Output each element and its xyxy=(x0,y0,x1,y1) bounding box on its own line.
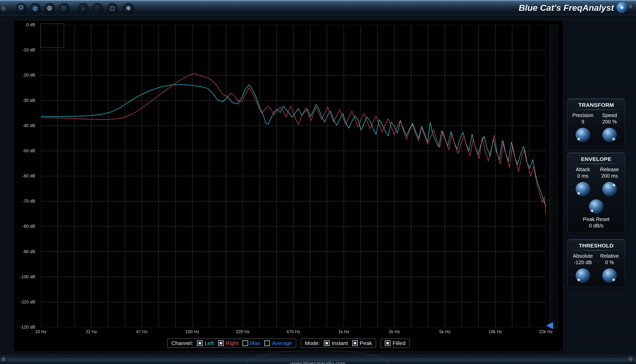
mode-peak-option[interactable]: Peak xyxy=(352,340,372,346)
relative-value: 0 % xyxy=(596,260,623,265)
y-tick-label: 0 dB xyxy=(26,22,35,27)
channel-max-label: Max xyxy=(250,340,260,346)
mode-instant-label: Instant xyxy=(332,340,348,346)
checkbox-average[interactable] xyxy=(264,340,270,346)
y-tick-label: -110 dB xyxy=(20,300,35,305)
filled-option[interactable]: Filled xyxy=(385,340,405,346)
section-divider xyxy=(572,250,621,251)
presets-button[interactable]: ∷ xyxy=(58,3,70,14)
speed-value: 200 % xyxy=(596,119,623,125)
speed-knob[interactable] xyxy=(602,128,617,142)
section-divider xyxy=(572,164,621,164)
x-tick-label: 10k Hz xyxy=(489,329,502,334)
x-tick-label: 220 Hz xyxy=(236,329,250,334)
envelope-section: ENVELOPE Attack 0 ms Release 200 ms Peak… xyxy=(567,153,625,233)
square-icon: □ xyxy=(110,5,114,12)
channel-right-option[interactable]: Right xyxy=(218,340,238,346)
attack-label: Attack xyxy=(569,167,596,173)
transform-section: TRANSFORM Precision 9 Speed 200 % xyxy=(567,99,625,147)
spectrum-panel: 0 dB-10 dB-20 dB-30 dB-40 dB-50 dB-60 dB… xyxy=(13,20,564,352)
bypass-button[interactable]: ⊘ xyxy=(30,3,41,14)
speed-param: Speed 200 % xyxy=(596,112,623,142)
y-tick-label: -20 dB xyxy=(22,73,35,78)
bypass-icon: ⊘ xyxy=(33,5,38,12)
attack-knob[interactable] xyxy=(576,182,590,196)
plugin-title: Blue Cat's FreqAnalyst xyxy=(519,3,614,13)
threshold-section: THRESHOLD Absolute -120 dB Relative 0 % xyxy=(567,239,625,287)
checkbox-instant[interactable] xyxy=(324,340,330,346)
slider-arrow-icon[interactable]: ◀ xyxy=(546,320,553,329)
gear-icon: ⚙ xyxy=(47,5,52,12)
channel-average-label: Average xyxy=(272,340,292,346)
relative-label: Relative xyxy=(596,253,623,259)
x-tick-label: 2k Hz xyxy=(389,329,400,334)
precision-label: Precision xyxy=(569,112,596,118)
envelope-title: ENVELOPE xyxy=(569,156,623,162)
filled-label: Filled xyxy=(392,340,405,346)
channel-max-option[interactable]: Max xyxy=(242,340,260,346)
peak-reset-label: Peak Reset xyxy=(569,216,623,222)
mode-group-label: Mode: xyxy=(305,340,320,346)
channel-left-option[interactable]: Left xyxy=(197,340,214,346)
channel-right-label: Right xyxy=(226,340,238,346)
y-scale-slider[interactable]: ◀ xyxy=(549,25,558,328)
website-link[interactable]: www.bluecataudio.com xyxy=(291,360,346,364)
absolute-value: -120 dB xyxy=(569,260,596,265)
speed-label: Speed xyxy=(596,112,623,118)
mode-peak-label: Peak xyxy=(360,340,372,346)
freqanalyst-window: × ⊘ ⚙ ∷ ● ▫ □ ❄ Blue Cat's Freq xyxy=(0,0,636,364)
toolbar: × ⊘ ⚙ ∷ ● ▫ □ ❄ Blue Cat's Freq xyxy=(0,0,636,16)
channel-group-label: Channel: xyxy=(171,340,193,346)
precision-knob[interactable] xyxy=(576,128,590,142)
spectrum-svg xyxy=(41,25,546,327)
screw-icon: × xyxy=(1,6,7,12)
settings-button[interactable]: ⚙ xyxy=(44,3,55,14)
x-tick-label: 1k Hz xyxy=(338,329,349,334)
section-divider xyxy=(572,109,621,110)
x-tick-label: 470 Hz xyxy=(286,329,300,334)
absolute-threshold-knob[interactable] xyxy=(576,269,590,283)
peak-reset-param: Peak Reset 0 dB/s xyxy=(569,199,623,229)
precision-value: 9 xyxy=(569,119,596,125)
absolute-label: Absolute xyxy=(569,253,596,259)
presets-icon: ∷ xyxy=(62,5,66,12)
y-tick-label: -50 dB xyxy=(22,148,35,154)
checkbox-max[interactable] xyxy=(242,340,248,346)
x-axis-labels: 10 Hz22 Hz47 Hz100 Hz220 Hz470 Hz1k Hz2k… xyxy=(41,329,546,336)
release-param: Release 200 ms xyxy=(596,167,623,196)
x-tick-label: 10 Hz xyxy=(35,329,46,334)
y-tick-label: -90 dB xyxy=(22,249,35,254)
x-tick-label: 100 Hz xyxy=(185,329,199,334)
bluecat-logo-icon[interactable]: * xyxy=(616,2,627,13)
release-label: Release xyxy=(596,167,623,173)
circle-icon: ● xyxy=(82,5,85,11)
y-tick-label: -120 dB xyxy=(20,325,35,330)
y-axis-labels: 0 dB-10 dB-20 dB-30 dB-40 dB-50 dB-60 dB… xyxy=(14,25,38,327)
compare-a-button[interactable]: ● xyxy=(78,3,89,14)
checkbox-filled[interactable] xyxy=(385,340,390,346)
checkbox-right[interactable] xyxy=(218,340,224,346)
attack-value: 0 ms xyxy=(569,173,596,179)
freeze-button[interactable]: ❄ xyxy=(123,3,134,14)
channel-group: Channel: Left Right Max Average xyxy=(167,339,296,348)
checkbox-peak[interactable] xyxy=(352,340,358,346)
relative-threshold-knob[interactable] xyxy=(602,269,617,283)
x-tick-label: 22 Hz xyxy=(86,329,97,334)
peak-reset-knob[interactable] xyxy=(589,199,603,214)
display-button[interactable]: □ xyxy=(107,3,118,14)
control-bar: Channel: Left Right Max Average xyxy=(14,339,563,348)
transform-title: TRANSFORM xyxy=(569,102,623,108)
screw-icon: × xyxy=(1,357,7,363)
release-knob[interactable] xyxy=(602,182,617,196)
plot-area[interactable] xyxy=(41,25,546,327)
compare-b-button[interactable]: ▫ xyxy=(92,3,103,14)
mode-instant-option[interactable]: Instant xyxy=(324,340,348,346)
checkbox-left[interactable] xyxy=(197,340,203,346)
screw-icon: × xyxy=(628,4,634,10)
small-square-icon: ▫ xyxy=(97,5,98,11)
y-tick-label: -30 dB xyxy=(22,98,35,103)
precision-param: Precision 9 xyxy=(569,112,596,142)
release-value: 200 ms xyxy=(596,173,623,179)
power-button[interactable] xyxy=(15,3,27,14)
channel-average-option[interactable]: Average xyxy=(264,340,292,346)
